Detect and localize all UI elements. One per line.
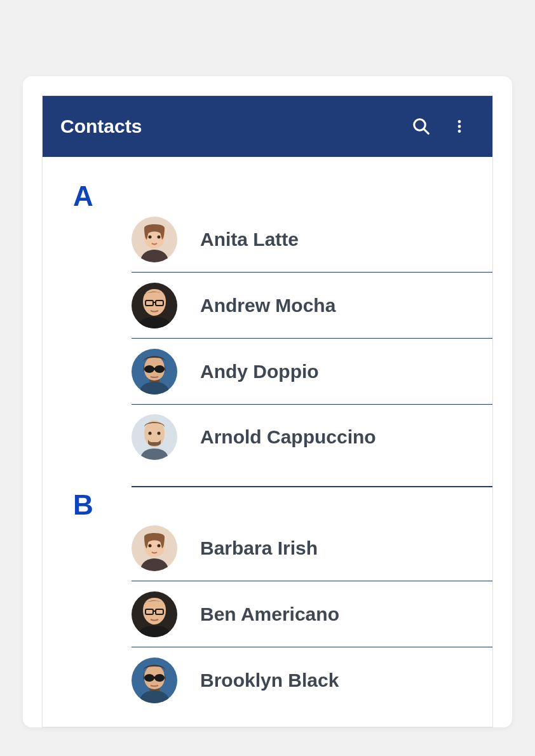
avatar [132, 525, 177, 571]
section-body: Barbara Irish [43, 515, 492, 713]
search-button[interactable] [406, 111, 437, 142]
avatar [132, 283, 177, 328]
avatar-icon [132, 217, 177, 262]
svg-point-4 [458, 130, 461, 133]
section-body: Anita Latte [43, 206, 492, 487]
contact-row[interactable]: Brooklyn Black [132, 647, 492, 713]
app-frame: Contacts A [42, 95, 493, 727]
svg-point-21 [158, 544, 161, 547]
contact-name: Ben Americano [200, 604, 339, 625]
contacts-list: A [43, 157, 492, 713]
svg-rect-15 [153, 368, 156, 370]
header-bar: Contacts [43, 96, 492, 157]
svg-point-13 [144, 365, 154, 373]
avatar-icon [132, 414, 177, 460]
contact-row[interactable]: Barbara Irish [132, 515, 492, 581]
avatar-icon [132, 283, 177, 328]
avatar [132, 217, 177, 262]
avatar [132, 414, 177, 460]
contact-row[interactable]: Ben Americano [132, 581, 492, 647]
svg-point-14 [154, 365, 165, 373]
avatar-icon [132, 349, 177, 395]
contact-row[interactable]: Arnold Cappuccino [132, 405, 492, 487]
svg-point-18 [158, 432, 161, 435]
more-vert-icon [451, 118, 468, 135]
svg-point-7 [158, 235, 161, 238]
avatar [132, 658, 177, 703]
svg-point-2 [458, 120, 461, 123]
svg-point-20 [149, 544, 152, 547]
svg-point-27 [144, 674, 154, 682]
svg-point-3 [458, 125, 461, 128]
svg-line-1 [424, 129, 429, 134]
contact-name: Arnold Cappuccino [200, 426, 376, 448]
app-card: Contacts A [23, 76, 512, 727]
contact-name: Barbara Irish [200, 537, 318, 559]
contact-name: Andrew Mocha [200, 295, 335, 316]
contact-name: Brooklyn Black [200, 670, 339, 691]
more-button[interactable] [444, 111, 475, 142]
avatar-icon [132, 525, 177, 571]
avatar [132, 591, 177, 637]
contact-name: Andy Doppio [200, 361, 319, 382]
contact-row[interactable]: Andy Doppio [132, 339, 492, 405]
svg-point-6 [149, 235, 152, 238]
contact-name: Anita Latte [200, 229, 299, 250]
contact-row[interactable]: Anita Latte [132, 206, 492, 273]
avatar-icon [132, 658, 177, 703]
avatar [132, 349, 177, 395]
svg-point-28 [154, 674, 165, 682]
search-icon [412, 117, 431, 136]
page-title: Contacts [60, 116, 398, 137]
contact-row[interactable]: Andrew Mocha [132, 273, 492, 339]
svg-rect-29 [153, 677, 156, 678]
section-b: B [43, 491, 492, 713]
section-a: A [43, 182, 492, 487]
svg-point-17 [149, 432, 152, 435]
avatar-icon [132, 591, 177, 637]
